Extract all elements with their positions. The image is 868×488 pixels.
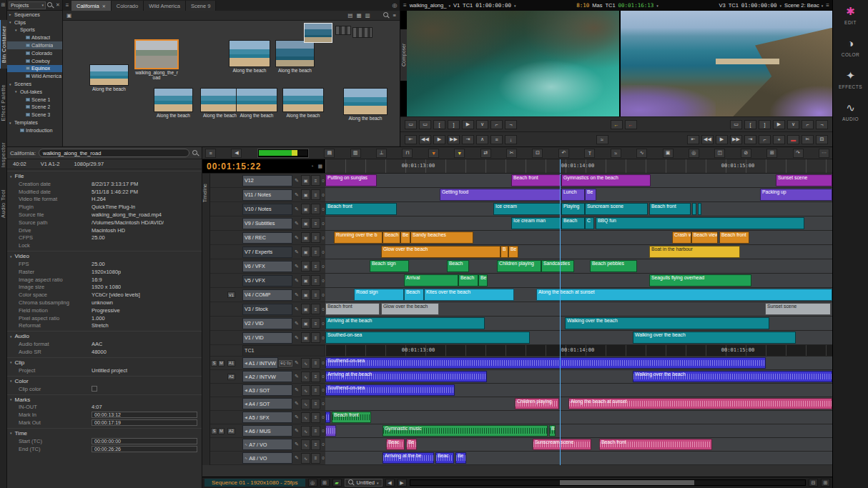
clip[interactable]: Beach	[458, 274, 478, 287]
tree-item-abstract[interactable]: Abstract	[7, 34, 62, 41]
clip-thumbnail[interactable]: Along the beach	[343, 88, 388, 121]
track-lane-tc1[interactable]: 00:01:13:0000:01:14:0000:01:15:00	[325, 345, 832, 356]
track-monitor-button[interactable]: ∿	[301, 453, 310, 464]
tree-item-templates[interactable]: ▾Templates	[7, 119, 62, 126]
workspace-audio[interactable]: ∿AUDIO	[842, 102, 859, 121]
track-lock-button[interactable]: ≡	[311, 204, 320, 214]
composer-vertical-tab[interactable]: Composer	[400, 29, 407, 81]
go-to-start-button[interactable]: ⇤	[405, 135, 417, 144]
go-to-in-button[interactable]: ⌐	[490, 120, 503, 129]
clip[interactable]: Beach	[447, 260, 469, 272]
track-name[interactable]: ◀A6 / MUS	[242, 425, 292, 437]
clip[interactable]: Be	[455, 452, 466, 464]
record-monitor-video[interactable]	[621, 11, 833, 116]
track-lock-button[interactable]: ≡	[311, 399, 320, 409]
tree-item-sequences[interactable]: ▸Sequences	[7, 11, 62, 19]
track-header-a8-vo[interactable]: ∿A8 / VO✎∿≡0	[210, 452, 325, 464]
clip[interactable]: BBQ fun	[596, 217, 804, 229]
lift-button-button[interactable]: ⊟	[816, 135, 828, 144]
track-header-a2-intvw[interactable]: A2◀A2 / INTVW✎∿≡0	[210, 370, 325, 383]
clip[interactable]: Seagulls flying overhead	[649, 274, 751, 287]
duplicate-tool-button[interactable]: ⊡	[532, 149, 543, 158]
track-monitor-button[interactable]: ∿	[301, 412, 310, 423]
clip[interactable]: Beach front	[325, 303, 380, 315]
track-lock-button[interactable]: ≡	[311, 218, 320, 229]
track-monitor-button[interactable]: ▣	[301, 175, 310, 186]
segment-view-button[interactable]: ▥	[350, 149, 361, 158]
clip-thumbnail[interactable]: Along the beach	[282, 88, 324, 118]
clip[interactable]: Southed-on-sea	[325, 332, 530, 344]
track-lane-a6-mus[interactable]: Gymnastic musicB	[325, 424, 832, 437]
more-tools-button[interactable]: ⋯	[819, 149, 829, 158]
track-header-v9-subtitles[interactable]: V9 / Subtitles✎▣≡0	[210, 216, 325, 230]
clip[interactable]	[325, 412, 330, 423]
clip-thumbnail[interactable]: Along the beach	[275, 40, 315, 73]
clip[interactable]	[698, 203, 701, 215]
track-header-v6-vfx[interactable]: V6 / VFX✎▣≡0	[210, 259, 325, 273]
expand-arrow-icon[interactable]: ▸	[9, 12, 14, 16]
track-lane-a8-vo[interactable]: Arriving at the beBeacBe	[325, 452, 832, 464]
track-monitor-button[interactable]: ∿	[301, 439, 310, 450]
expand-arrow-icon[interactable]: ▾	[9, 82, 14, 86]
playhead-marker[interactable]	[560, 159, 561, 173]
clip[interactable]: Beach	[383, 231, 400, 244]
timeline-fast-menu-button[interactable]: ≡	[205, 149, 216, 158]
track-lock-button[interactable]: ≡	[311, 358, 320, 369]
track-lane-a2-intvw[interactable]: Arriving at the beachWalking over the be…	[325, 370, 832, 383]
clip-name-menu-button[interactable]: ≡	[490, 135, 503, 144]
clip[interactable]: Beach front	[649, 203, 691, 215]
fast-forward-button[interactable]: ▶▶	[448, 135, 460, 144]
track-header-v2-vid[interactable]: V2 / VID✎▣≡0	[210, 317, 325, 330]
track-lane-v2-vid[interactable]: Arriving at the beachWalking over the be…	[325, 317, 832, 330]
expand-arrow-icon[interactable]: ▾	[15, 28, 20, 32]
clip[interactable]: Be	[508, 246, 518, 258]
scroll-left-arrow[interactable]: ◀	[385, 479, 395, 487]
timeline-view-selector[interactable]: Untitled ▾	[345, 479, 383, 487]
bin-fast-menu-icon[interactable]: ≡	[63, 2, 71, 9]
track-header-v7-experts[interactable]: V7 / Experts✎▣≡0	[210, 245, 325, 259]
track-name[interactable]: V3 / Stock	[242, 304, 292, 315]
track-header-v4-comp[interactable]: V1V4 / COMP✎▣≡0	[210, 288, 325, 302]
tree-item-sports[interactable]: ▾Sports	[7, 26, 62, 34]
cut-tool-button[interactable]: ✂	[506, 149, 517, 158]
go-to-end-record-button[interactable]: ⇥	[744, 135, 756, 144]
track-lock-button[interactable]: ≡	[311, 385, 320, 396]
collapse-arrow-icon[interactable]: ▾	[10, 431, 12, 435]
track-lock-button[interactable]: ≡	[311, 453, 320, 464]
clip[interactable]: Walking over the beach	[565, 317, 769, 329]
search-icon[interactable]	[47, 2, 54, 9]
video-quality-icon[interactable]: ▰	[332, 479, 342, 487]
go-to-in-record-button[interactable]: ⌐	[802, 120, 814, 129]
pencil-icon[interactable]: ✎	[293, 335, 300, 341]
master-timecode-display[interactable]: 00:01:15:22 ◔ ▦	[202, 159, 325, 173]
collapse-arrow-icon[interactable]: ▾	[10, 397, 12, 402]
pencil-icon[interactable]: ✎	[293, 401, 300, 407]
track-lane-v5-vfx[interactable]: ArrivalBeachBeSeagulls flying overhead	[325, 274, 832, 287]
track-header-v5-vfx[interactable]: V5 / VFX✎▣≡0	[210, 274, 325, 287]
track-lane-v9-subtitles[interactable]: Ice cream manBeachCBBQ fun	[325, 216, 832, 230]
clip[interactable]: Be	[478, 274, 488, 287]
track-lane-a5-sfx[interactable]: Beach front	[325, 411, 832, 424]
timeline-vertical-tab[interactable]: Timeline	[202, 174, 210, 465]
track-name[interactable]: V11 / Notes	[242, 189, 292, 201]
bin-tab-wild-america[interactable]: Wild America	[144, 1, 186, 11]
clip[interactable]: Sunscream scene	[533, 439, 591, 450]
clip[interactable]: Beac	[435, 452, 454, 464]
track-name[interactable]: ◀A2 / INTVW	[242, 371, 292, 382]
tree-item-wild-america[interactable]: Wild America	[7, 72, 62, 80]
clip[interactable]: Beach sign	[370, 260, 409, 272]
pencil-icon[interactable]: ✎	[293, 178, 300, 184]
scrollbar-thumb[interactable]	[560, 480, 694, 485]
track-monitor-button[interactable]: ∿	[301, 372, 310, 382]
lock-icon[interactable]: ▣	[66, 12, 71, 19]
mute-tool-button[interactable]: ⊘	[741, 149, 751, 158]
clip-thumbnail[interactable]: walking_along_the_road	[134, 39, 179, 81]
clip[interactable]: Arriving at the beach	[325, 371, 487, 382]
clip[interactable]: Be	[585, 189, 596, 201]
track-monitor-button[interactable]: ▣	[301, 304, 310, 314]
sequence-selector[interactable]: Scene 2: Beac ▾	[784, 2, 823, 9]
track-header-v1-vid[interactable]: V1 / VID✎▣≡0	[210, 331, 325, 344]
track-view-button[interactable]: ▤	[324, 149, 335, 158]
clip[interactable]: Walking over the beach	[633, 332, 796, 344]
clip-thumbnail[interactable]: Along the beach	[89, 64, 129, 91]
